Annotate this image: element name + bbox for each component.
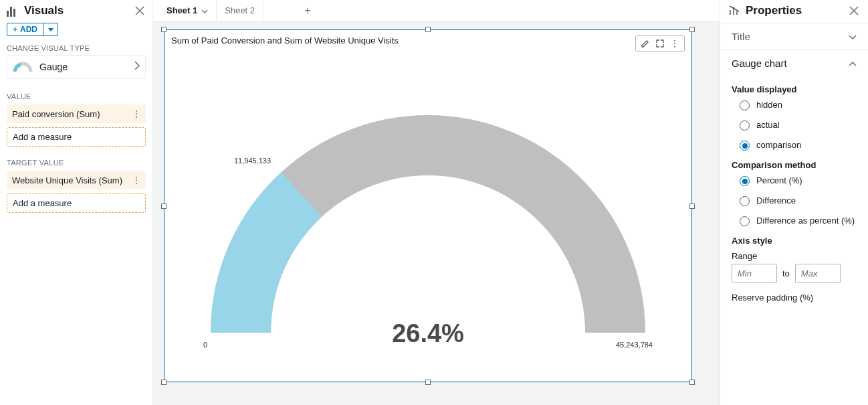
- gauge-center-label: 26.4%: [165, 319, 691, 348]
- radio-label: Difference: [756, 195, 796, 206]
- kebab-icon[interactable]: ⋮: [132, 108, 140, 119]
- edit-icon[interactable]: [640, 38, 651, 49]
- radio-icon: [740, 176, 750, 186]
- value-section-label: VALUE: [0, 87, 152, 104]
- radio-icon: [740, 120, 750, 131]
- gauge-svg: [201, 98, 655, 353]
- gauge-min-label: 0: [203, 341, 207, 349]
- value-field-label: Paid conversion (Sum): [12, 109, 100, 119]
- reserve-padding-label: Reserve padding (%): [732, 293, 857, 303]
- radio-label: Difference as percent (%): [756, 216, 855, 226]
- close-icon[interactable]: [848, 5, 860, 17]
- radio-label: Percent (%): [756, 175, 802, 185]
- visual-title: Sum of Paid Conversion and Sum of Websit…: [171, 35, 399, 46]
- range-label: Range: [732, 251, 857, 261]
- add-sheet-button[interactable]: +: [297, 0, 318, 21]
- caret-down-icon: [48, 28, 53, 31]
- visuals-panel-header: Visuals: [0, 0, 152, 23]
- properties-title: Properties: [746, 4, 802, 17]
- chevron-down-icon: [849, 31, 857, 42]
- resize-handle[interactable]: [425, 380, 431, 385]
- range-min-input[interactable]: [732, 264, 777, 283]
- resize-handle[interactable]: [161, 27, 167, 32]
- add-visual-dropdown[interactable]: [43, 23, 58, 36]
- tab-label: Sheet 1: [167, 5, 197, 15]
- range-to-label: to: [782, 268, 790, 278]
- sheet-tabs: Sheet 1 Sheet 2 +: [153, 0, 720, 21]
- radio-label: comparison: [756, 140, 801, 150]
- chevron-up-icon: [849, 58, 857, 69]
- radio-icon: [740, 196, 750, 206]
- accordion-label: Title: [732, 31, 750, 42]
- bar-chart-icon: [7, 5, 19, 17]
- visuals-panel: Visuals + ADD CHANGE VISUAL TYPE Gauge: [0, 0, 153, 405]
- add-visual-button[interactable]: + ADD: [7, 23, 43, 36]
- range-max-input[interactable]: [795, 264, 841, 283]
- gauge-chart: 11,945,133 26.4% 0 45,243,784: [165, 52, 691, 376]
- radio-label: actual: [756, 120, 780, 130]
- accordion-gauge-chart[interactable]: Gauge chart: [720, 50, 868, 76]
- accordion-title[interactable]: Title: [720, 23, 868, 50]
- radio-difference[interactable]: Difference: [732, 195, 857, 206]
- resize-handle[interactable]: [425, 27, 431, 32]
- visual-type-selector[interactable]: Gauge: [7, 55, 146, 79]
- properties-header: Properties: [720, 0, 868, 23]
- value-field-chip[interactable]: Paid conversion (Sum) ⋮: [7, 104, 146, 123]
- gauge-icon: [13, 60, 33, 74]
- close-icon[interactable]: [134, 5, 146, 17]
- resize-handle[interactable]: [689, 27, 695, 32]
- radio-comparison[interactable]: comparison: [732, 140, 857, 151]
- radio-actual[interactable]: actual: [732, 120, 857, 131]
- tab-label: Sheet 2: [225, 5, 255, 15]
- gauge-value-label: 11,945,133: [234, 157, 271, 165]
- properties-icon: [728, 5, 740, 17]
- target-field-label: Website Unique Visits (Sum): [12, 175, 122, 185]
- tab-sheet-2[interactable]: Sheet 2: [217, 0, 263, 21]
- axis-style-label: Axis style: [732, 236, 857, 246]
- radio-percent[interactable]: Percent (%): [732, 175, 857, 186]
- change-visual-type-label: CHANGE VISUAL TYPE: [0, 42, 152, 55]
- gauge-max-label: 45,243,784: [616, 341, 653, 349]
- properties-panel: Properties Title Gauge chart Value displ…: [720, 0, 868, 405]
- chevron-right-icon: [134, 61, 140, 73]
- visual-type-name: Gauge: [39, 62, 68, 72]
- expand-icon[interactable]: [655, 38, 665, 49]
- tab-sheet-1[interactable]: Sheet 1: [158, 0, 217, 21]
- radio-label: hidden: [756, 100, 782, 110]
- resize-handle[interactable]: [161, 380, 167, 385]
- main-canvas: Sheet 1 Sheet 2 + Sum of Paid Conversion…: [153, 0, 720, 405]
- radio-difference-percent[interactable]: Difference as percent (%): [732, 216, 857, 226]
- kebab-icon[interactable]: ⋮: [132, 175, 140, 185]
- accordion-label: Gauge chart: [732, 58, 787, 69]
- comparison-method-label: Comparison method: [732, 160, 857, 170]
- radio-hidden[interactable]: hidden: [732, 100, 857, 110]
- resize-handle[interactable]: [689, 380, 695, 385]
- target-section-label: TARGET VALUE: [0, 153, 152, 171]
- plus-icon: +: [13, 25, 17, 34]
- radio-icon: [740, 216, 750, 226]
- radio-icon: [740, 100, 750, 110]
- value-displayed-label: Value displayed: [732, 84, 857, 94]
- visual-toolbar: ⋮: [635, 35, 685, 52]
- gauge-visual[interactable]: Sum of Paid Conversion and Sum of Websit…: [164, 29, 692, 382]
- add-measure-target[interactable]: Add a measure: [7, 193, 146, 213]
- target-field-chip[interactable]: Website Unique Visits (Sum) ⋮: [7, 171, 146, 189]
- gauge-properties-section: Value displayed hidden actual comparison…: [720, 76, 868, 311]
- add-measure-value[interactable]: Add a measure: [7, 127, 146, 147]
- radio-icon: [740, 141, 750, 151]
- chevron-down-icon[interactable]: [201, 7, 208, 15]
- visuals-title: Visuals: [24, 4, 64, 17]
- add-button-label: ADD: [20, 25, 37, 34]
- kebab-icon[interactable]: ⋮: [669, 38, 680, 49]
